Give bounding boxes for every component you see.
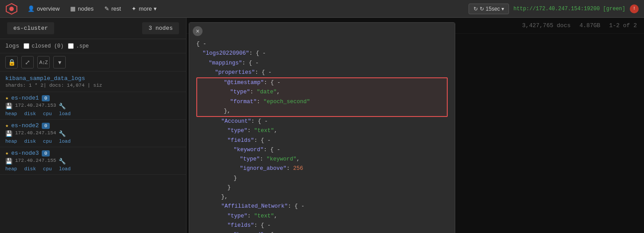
disk-stat-1[interactable]: disk (24, 111, 36, 116)
node-icons-1: 💾 172.40.247.153 🔧 (5, 103, 181, 110)
rest-icon: ✎ (104, 5, 109, 12)
nav-more-button[interactable]: ✦ more ▾ (127, 3, 161, 15)
node-ip-3: 172.40.247.155 (15, 158, 56, 165)
node-name-2[interactable]: es-node2 (11, 122, 39, 129)
modal-overlay: × { - "logs20220906": { - "mappings": { … (187, 18, 644, 233)
star-icon-1: ★ (5, 95, 8, 101)
refresh-icon: ↻ (473, 6, 478, 12)
node-ip-1: 172.40.247.153 (15, 103, 56, 110)
more-icon: ✦ (131, 5, 136, 12)
json-line-18: "Affiliated_Network": { - (196, 202, 448, 211)
heap-stat-2[interactable]: heap (5, 139, 17, 144)
node-stats-3: heap disk cpu load (5, 166, 181, 172)
refresh-button[interactable]: ↻ ↻ 15sec ▾ (469, 4, 509, 14)
node-badge-1: 0 (42, 95, 50, 101)
expand-button[interactable]: ⤢ (21, 56, 34, 68)
json-line-8: }, (199, 107, 445, 116)
hdd-icon-3: 💾 (5, 158, 12, 165)
wrench-icon-3: 🔧 (59, 158, 66, 165)
node-badge-3: 0 (42, 150, 50, 157)
disk-stat-3[interactable]: disk (24, 166, 36, 172)
node-icons-3: 💾 172.40.247.155 🔧 (5, 158, 181, 165)
sidebar-header: es-cluster 3 nodes (0, 18, 186, 39)
json-line-5: "@timestamp": { - (199, 78, 445, 88)
highlight-timestamp: "@timestamp": { - "type": "date", "forma… (196, 77, 448, 117)
json-line-4: "properties": { - (196, 68, 448, 77)
app-logo (5, 3, 18, 15)
filter-label: logs (5, 43, 19, 49)
nodes-icon: ▦ (70, 5, 76, 12)
disk-stat-2[interactable]: disk (24, 139, 36, 144)
wrench-icon: 🔧 (59, 103, 66, 110)
modal-close-button[interactable]: × (193, 26, 203, 36)
json-line-1: { - (196, 40, 448, 49)
load-stat-1[interactable]: load (59, 111, 71, 116)
hdd-icon-2: 💾 (5, 130, 12, 137)
modal-dialog: × { - "logs20220906": { - "mappings": { … (189, 22, 455, 233)
lock-button[interactable]: 🔒 (5, 56, 18, 68)
hdd-icon: 💾 (5, 103, 12, 110)
alert-button[interactable]: ! (630, 4, 639, 13)
json-line-7: "format": "epoch_second" (199, 97, 445, 107)
node-section-1: ★ es-node1 0 💾 172.40.247.153 🔧 heap dis… (0, 92, 186, 120)
nodes-badge: 3 nodes (142, 22, 179, 34)
load-stat-2[interactable]: load (59, 139, 71, 144)
cluster-url: http://172.40.247.154:19200 [green] (513, 6, 625, 12)
main-layout: es-cluster 3 nodes logs closed (0) .spe … (0, 18, 644, 233)
nav-nodes-button[interactable]: ▦ nodes (66, 3, 98, 15)
star-icon-3: ★ (5, 150, 8, 157)
nav-rest-button[interactable]: ✎ rest (100, 3, 126, 15)
cluster-name: es-cluster (7, 22, 54, 34)
json-line-21: "keyword": { - (196, 230, 448, 233)
json-line-2: "logs20220906": { - (196, 49, 448, 58)
table-controls: 🔒 ⤢ A↕Z ▾ (0, 53, 186, 72)
node-icons-2: 💾 172.40.247.154 🔧 (5, 130, 181, 137)
json-line-3: "mappings": { - (196, 59, 448, 68)
json-line-20: "fields": { - (196, 221, 448, 230)
json-line-6: "type": "date", (199, 88, 445, 97)
node-name-1[interactable]: es-node1 (11, 95, 39, 101)
wrench-icon-2: 🔧 (59, 130, 66, 137)
star-icon-2: ★ (5, 122, 8, 129)
json-line-11: "fields": { - (196, 136, 448, 145)
closed-checkbox[interactable] (24, 43, 29, 49)
json-line-17: }, (196, 193, 448, 202)
index-name[interactable]: kibana_sample_data_logs (5, 75, 181, 82)
filter-row: logs closed (0) .spe (0, 39, 186, 53)
json-line-12: "keyword": { - (196, 145, 448, 155)
modal-content: { - "logs20220906": { - "mappings": { - … (189, 40, 455, 233)
heap-stat-3[interactable]: heap (5, 166, 17, 172)
index-meta: shards: 1 * 2| docs: 14,074 | siz (5, 83, 181, 88)
user-icon: 👤 (28, 5, 35, 12)
cpu-stat-3[interactable]: cpu (43, 166, 52, 172)
spe-checkbox[interactable] (68, 43, 74, 49)
load-stat-3[interactable]: load (59, 166, 71, 172)
svg-point-1 (9, 7, 14, 11)
node-name-3[interactable]: es-node3 (11, 150, 39, 157)
sort-button[interactable]: A↕Z (37, 56, 50, 68)
json-line-14: "ignore_above": 256 (196, 164, 448, 173)
cpu-stat-2[interactable]: cpu (43, 139, 52, 144)
dropdown-button[interactable]: ▾ (53, 56, 66, 68)
json-line-19: "type": "text", (196, 212, 448, 221)
index-row: kibana_sample_data_logs shards: 1 * 2| d… (0, 72, 186, 92)
json-line-13: "type": "keyword", (196, 155, 448, 164)
nav-overview-button[interactable]: 👤 overview (23, 3, 64, 15)
cpu-stat-1[interactable]: cpu (43, 111, 52, 116)
node-badge-2: 0 (42, 123, 50, 129)
right-panel: 3,427,765 docs 4.87GB 1-2 of 2 × { - "lo… (187, 18, 644, 233)
node-section-3: ★ es-node3 0 💾 172.40.247.155 🔧 heap dis… (0, 147, 186, 175)
closed-filter[interactable]: closed (0) (24, 43, 64, 49)
spe-filter[interactable]: .spe (68, 43, 89, 49)
top-nav: 👤 overview ▦ nodes ✎ rest ✦ more ▾ ↻ ↻ 1… (0, 0, 644, 18)
nav-right: ↻ ↻ 15sec ▾ http://172.40.247.154:19200 … (469, 4, 639, 14)
heap-stat-1[interactable]: heap (5, 111, 17, 116)
json-line-15: } (196, 174, 448, 183)
node-ip-2: 172.40.247.154 (15, 130, 56, 137)
close-icon: × (196, 28, 199, 35)
node-stats-1: heap disk cpu load (5, 111, 181, 116)
sidebar: es-cluster 3 nodes logs closed (0) .spe … (0, 18, 187, 233)
json-line-16: } (196, 183, 448, 193)
node-section-2: ★ es-node2 0 💾 172.40.247.154 🔧 heap dis… (0, 120, 186, 147)
json-line-9: "Account": { - (196, 117, 448, 126)
